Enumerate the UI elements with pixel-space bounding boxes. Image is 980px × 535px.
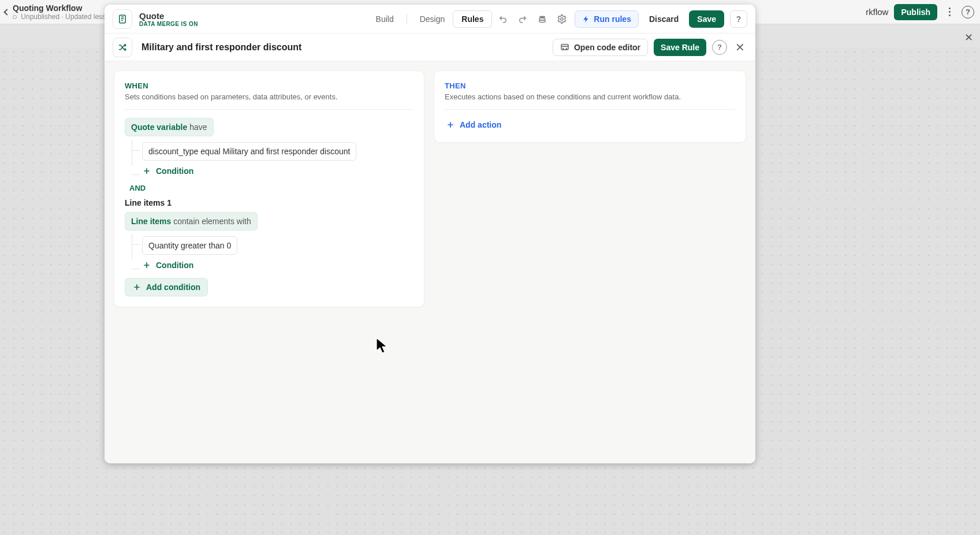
c2-subject: Line items bbox=[131, 217, 171, 226]
when-desc: Sets conditions based on parameters, dat… bbox=[125, 92, 413, 101]
add-condition-c1[interactable]: Condition bbox=[142, 166, 413, 176]
c1-sub-op: equal bbox=[200, 147, 220, 156]
when-divider bbox=[125, 109, 413, 110]
then-divider bbox=[445, 109, 735, 110]
c1-sub-field: discount_type bbox=[148, 147, 198, 156]
publish-button[interactable]: Publish bbox=[894, 4, 937, 20]
run-rules-button[interactable]: Run rules bbox=[575, 10, 639, 28]
plus-icon bbox=[142, 261, 151, 270]
modal-header-top: Quote DATA MERGE IS ON Build Design Rule… bbox=[105, 5, 755, 34]
status-dot-icon bbox=[13, 15, 17, 19]
modal-header-rule: Military and first responder discount Op… bbox=[105, 34, 755, 61]
c1-children: discount_type equal Military and first r… bbox=[132, 142, 413, 176]
plus-icon bbox=[142, 166, 151, 176]
svg-rect-5 bbox=[561, 44, 568, 49]
bg-status: Unpublished bbox=[21, 13, 59, 21]
bg-updated: Updated less t bbox=[65, 13, 110, 21]
more-menu-icon[interactable] bbox=[942, 5, 957, 20]
discard-button[interactable]: Discard bbox=[644, 11, 683, 27]
rule-title: Military and first responder discount bbox=[141, 42, 301, 53]
run-rules-label: Run rules bbox=[594, 14, 631, 24]
lineitems-label: Line items 1 bbox=[125, 198, 413, 207]
then-title: THEN bbox=[445, 81, 735, 90]
c1-add-cond-row: Condition bbox=[142, 166, 413, 176]
plus-icon bbox=[446, 120, 455, 129]
add-condition-c2[interactable]: Condition bbox=[142, 261, 413, 270]
bg-help-icon[interactable]: ? bbox=[962, 6, 974, 18]
c2-sub-value: 0 bbox=[226, 241, 231, 250]
document-icon bbox=[113, 9, 132, 29]
c2-sub-pill[interactable]: Quantity greater than 0 bbox=[142, 236, 237, 255]
bg-subtitle: Unpublished · Updated less t bbox=[13, 13, 110, 21]
c2-sub-row: Quantity greater than 0 bbox=[142, 236, 413, 255]
modal-doc-title: Quote bbox=[139, 11, 198, 21]
plus-icon bbox=[132, 283, 141, 292]
save-rule-button[interactable]: Save Rule bbox=[654, 39, 706, 56]
tab-design[interactable]: Design bbox=[412, 11, 453, 27]
add-cond-c2-label: Condition bbox=[156, 261, 193, 270]
condition-group-2: Line items contain elements with Quantit… bbox=[125, 212, 413, 270]
tab-rules[interactable]: Rules bbox=[453, 10, 492, 28]
header-actions: Run rules Discard Save ? bbox=[496, 10, 747, 28]
when-panel: WHEN Sets conditions based on parameters… bbox=[114, 70, 424, 307]
rule-help-icon[interactable]: ? bbox=[712, 40, 727, 55]
c2-sub-op: greater than bbox=[181, 241, 225, 250]
condition-2-pill[interactable]: Line items contain elements with bbox=[125, 212, 258, 231]
save-button[interactable]: Save bbox=[689, 10, 724, 28]
add-condition-button-label: Add condition bbox=[146, 283, 200, 292]
bg-title: Quoting Workflow bbox=[13, 3, 110, 13]
modal-title-col: Quote DATA MERGE IS ON bbox=[139, 11, 198, 27]
data-merge-badge: DATA MERGE IS ON bbox=[139, 21, 198, 27]
c1-op: have bbox=[189, 122, 207, 132]
c1-sub-pill[interactable]: discount_type equal Military and first r… bbox=[142, 142, 356, 161]
and-label: AND bbox=[129, 184, 413, 192]
tab-separator bbox=[407, 14, 407, 24]
settings-gear-icon[interactable] bbox=[555, 12, 569, 26]
c1-subject: Quote variable bbox=[131, 122, 187, 132]
layers-icon[interactable] bbox=[535, 12, 549, 26]
open-code-label: Open code editor bbox=[574, 43, 640, 52]
add-condition-button[interactable]: Add condition bbox=[125, 278, 208, 296]
bg-close-icon[interactable]: ✕ bbox=[964, 31, 973, 44]
open-code-editor-button[interactable]: Open code editor bbox=[553, 39, 648, 56]
add-action-button[interactable]: Add action bbox=[445, 118, 502, 132]
bg-title-col: Quoting Workflow Unpublished · Updated l… bbox=[13, 3, 110, 21]
c1-sub-value: Military and first responder discount bbox=[222, 147, 350, 156]
tab-build[interactable]: Build bbox=[368, 11, 402, 27]
add-action-label: Add action bbox=[460, 120, 501, 129]
back-chevron-icon[interactable] bbox=[3, 9, 10, 15]
rule-modal: Quote DATA MERGE IS ON Build Design Rule… bbox=[105, 5, 755, 463]
c2-op: contain elements with bbox=[173, 217, 251, 226]
c2-add-cond-row: Condition bbox=[142, 261, 413, 270]
c2-children: Quantity greater than 0 Condition bbox=[132, 236, 413, 270]
then-panel: THEN Executes actions based on these con… bbox=[434, 70, 746, 143]
close-modal-icon[interactable]: ✕ bbox=[733, 40, 747, 54]
rule-shuffle-icon bbox=[113, 38, 132, 57]
undo-icon[interactable] bbox=[496, 12, 510, 26]
redo-icon[interactable] bbox=[516, 12, 530, 26]
c1-sub-row: discount_type equal Military and first r… bbox=[142, 142, 413, 161]
rule-header-actions: Open code editor Save Rule ? ✕ bbox=[553, 39, 747, 56]
c2-sub-field: Quantity bbox=[148, 241, 178, 250]
tabs: Build Design Rules bbox=[368, 10, 493, 28]
condition-1-pill[interactable]: Quote variable have bbox=[125, 118, 214, 136]
bg-rkflow-text: rkflow bbox=[866, 7, 888, 17]
svg-point-3 bbox=[539, 20, 546, 22]
help-box-icon[interactable]: ? bbox=[730, 10, 747, 28]
when-title: WHEN bbox=[125, 81, 413, 90]
svg-point-4 bbox=[561, 17, 564, 20]
then-desc: Executes actions based on these conditio… bbox=[445, 92, 735, 101]
add-cond-c1-label: Condition bbox=[156, 166, 193, 176]
condition-group-1: Quote variable have discount_type equal … bbox=[125, 118, 413, 176]
modal-body: WHEN Sets conditions based on parameters… bbox=[105, 61, 755, 463]
